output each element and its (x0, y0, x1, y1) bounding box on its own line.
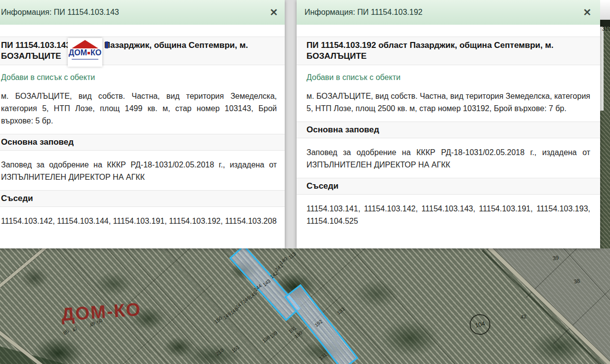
block-number-label: 104 (475, 320, 486, 329)
parcel-details: м. БОЗАЛЪЦИТЕ, вид собств. Частна, вид т… (306, 90, 590, 115)
neighbors-section-heading: Съседи (0, 190, 285, 207)
parcel-number-label: 38 (573, 278, 580, 284)
order-text: Заповед за одобрение на КККР РД-18-1031/… (1, 159, 277, 183)
parcel-number-label: 39 (552, 254, 559, 261)
menu-button[interactable] (600, 0, 610, 20)
parcel-number-label: 319 (602, 26, 610, 32)
neighbors-list: 11154.103.141, 11154.103.142, 11154.103.… (306, 202, 590, 227)
logo-text: КО (90, 48, 101, 57)
parcel-title: ПИ 11154.103.143 област Пазарджик, общин… (0, 37, 285, 65)
cadastral-map[interactable]: 113 140 141 142 143 144 145 146 147 148 … (0, 248, 610, 364)
logo-underline (72, 59, 98, 60)
panel-titlebar: Информация: ПИ 11154.103.143 ✕ (0, 0, 285, 25)
add-to-object-list-link[interactable]: Добави в списък с обекти (1, 73, 95, 82)
info-panel-143: Информация: ПИ 11154.103.143 ✕ ПИ 11154.… (0, 0, 285, 248)
domko-logo: ДОМКО (68, 38, 102, 67)
panel-titlebar: Информация: ПИ 11154.103.192 ✕ (297, 0, 600, 25)
add-to-object-list-link[interactable]: Добави в списък с обекти (306, 73, 400, 82)
neighbors-list: 11154.103.142, 11154.103.144, 11154.103.… (1, 215, 277, 227)
close-icon[interactable]: ✕ (267, 5, 281, 19)
panel-shadow-strip (600, 27, 604, 111)
order-section-heading: Основна заповед (0, 134, 285, 151)
panel-window-title: Информация: ПИ 11154.103.192 (297, 0, 600, 25)
order-section-heading: Основна заповед (297, 121, 600, 138)
map-edge-strip: 319 (600, 0, 610, 248)
order-text: Заповед за одобрение на КККР РД-18-1031/… (306, 146, 590, 171)
close-icon[interactable]: ✕ (580, 5, 594, 19)
neighbors-section-heading: Съседи (297, 178, 600, 195)
logo-roof-icon (72, 40, 98, 48)
parcel-details: м. БОЗАЛЪЦИТЕ, вид собств. Частна, вид т… (1, 90, 277, 127)
parcel-number-label: 42 (520, 313, 527, 320)
panel-window-title: Информация: ПИ 11154.103.143 (0, 0, 285, 25)
parcel-title: ПИ 11154.103.192 област Пазарджик, общин… (297, 37, 600, 65)
logo-dot-icon (87, 52, 90, 54)
panel-body: ПИ 11154.103.143 област Пазарджик, общин… (0, 37, 285, 227)
panel-body: ПИ 11154.103.192 област Пазарджик, общин… (297, 37, 600, 227)
logo-text: ДОМ (69, 48, 87, 57)
info-panel-192: Информация: ПИ 11154.103.192 ✕ ПИ 11154.… (297, 0, 600, 248)
